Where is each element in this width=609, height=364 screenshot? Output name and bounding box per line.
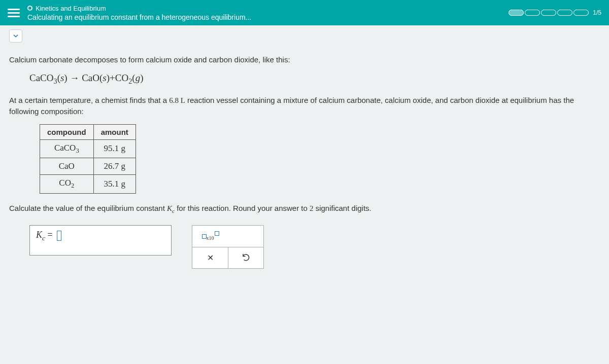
amount-cell: 35.1 g — [93, 175, 136, 193]
volume-value: 6.8 L — [169, 96, 185, 104]
question-part1: Calculate the value of the equilibrium c… — [9, 204, 167, 212]
input-tools: x10 ✕ — [192, 225, 264, 269]
progress-seg — [557, 10, 572, 16]
progress-seg — [541, 10, 556, 16]
question-part2: for this reaction. Round your answer to — [175, 204, 310, 212]
amount-cell: 95.1 g — [93, 139, 136, 158]
progress-seg — [525, 10, 540, 16]
answer-input[interactable]: Kc = — [29, 225, 172, 256]
progress-text: 1/5 — [593, 9, 601, 16]
chevron-down-icon — [12, 32, 19, 40]
amount-cell: 26.7 g — [93, 158, 136, 175]
topic-text: Kinetics and Equilibrium — [36, 5, 106, 12]
progress-seg — [509, 10, 524, 16]
sci-notation-button[interactable]: x10 — [192, 226, 228, 247]
intro-text: Calcium carbonate decomposes to form cal… — [9, 54, 600, 65]
subtitle-text: Calculating an equilibrium constant from… — [27, 13, 509, 21]
answer-row: Kc = x10 ✕ — [29, 225, 600, 269]
collapse-button[interactable] — [9, 29, 22, 43]
table-row: CO2 35.1 g — [40, 175, 136, 193]
clear-button[interactable]: ✕ — [192, 247, 228, 268]
undo-icon — [242, 252, 251, 263]
table-row: CaCO3 95.1 g — [40, 139, 136, 158]
topic-bullet-icon — [27, 6, 32, 11]
compound-cell: CaO — [40, 158, 94, 175]
answer-placeholder-icon — [57, 231, 61, 241]
problem-content: Calcium carbonate decomposes to form cal… — [0, 54, 609, 278]
sci-label: x10 — [207, 235, 214, 241]
question-part3: significant digits. — [314, 204, 371, 212]
compound-cell: CaCO3 — [40, 139, 94, 158]
reaction-equation: CaCO3(s) → CaO(s)+CO2(g) — [29, 72, 600, 86]
progress-bar — [509, 10, 589, 16]
menu-icon[interactable] — [8, 7, 20, 19]
compound-cell: CO2 — [40, 175, 94, 193]
setup-text: At a certain temperature, a chemist find… — [9, 95, 600, 117]
header-titles: Kinetics and Equilibrium Calculating an … — [27, 5, 509, 21]
progress-seg — [573, 10, 589, 16]
col-amount: amount — [93, 124, 136, 139]
app-header: Kinetics and Equilibrium Calculating an … — [0, 0, 609, 25]
table-row: CaO 26.7 g — [40, 158, 136, 175]
collapse-row — [0, 25, 609, 47]
undo-button[interactable] — [228, 247, 263, 268]
sigfigs: 2 — [310, 204, 314, 212]
question-text: Calculate the value of the equilibrium c… — [9, 203, 600, 215]
col-compound: compound — [40, 124, 94, 139]
close-icon: ✕ — [207, 253, 214, 263]
setup-part1: At a certain temperature, a chemist find… — [9, 96, 169, 104]
topic-label: Kinetics and Equilibrium — [27, 5, 509, 12]
progress-indicator: 1/5 — [509, 9, 601, 16]
composition-table: compound amount CaCO3 95.1 g CaO 26.7 g … — [40, 124, 136, 194]
